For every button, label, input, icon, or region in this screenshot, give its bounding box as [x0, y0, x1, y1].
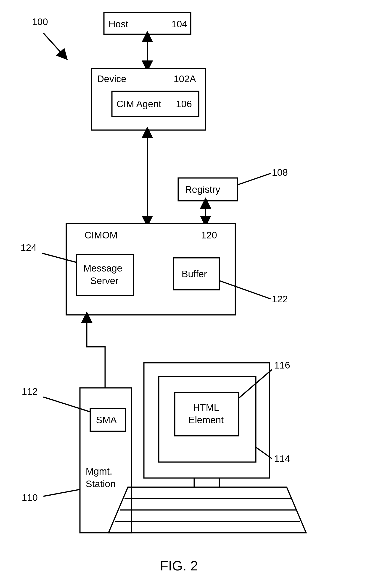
device-ref: 102A	[174, 73, 196, 84]
message-server-box	[76, 255, 134, 296]
message-server-label-1: Message	[83, 263, 122, 273]
mgmt-station-leader	[43, 489, 80, 496]
keyboard-icon	[109, 487, 306, 533]
mgmt-station-ref: 110	[22, 492, 38, 503]
host-ref: 104	[171, 19, 187, 29]
html-element-ref: 116	[274, 360, 290, 370]
cimom-ref: 120	[201, 230, 217, 240]
cimom-label: CIMOM	[84, 230, 118, 240]
cim-agent-label: CIM Agent	[117, 99, 161, 109]
cim-agent-ref: 106	[176, 99, 192, 109]
html-element-box	[175, 393, 239, 436]
registry-leader	[238, 173, 271, 185]
sma-ref: 112	[22, 386, 38, 397]
html-element-label-2: Element	[188, 415, 224, 425]
system-ref-label: 100	[32, 17, 48, 27]
display-ref: 114	[274, 453, 290, 464]
device-label: Device	[97, 73, 126, 84]
buffer-ref: 122	[272, 294, 288, 304]
sma-label: SMA	[96, 415, 117, 425]
registry-ref: 108	[272, 167, 288, 178]
message-server-ref: 124	[20, 242, 37, 253]
mgmt-station-label-1: Mgmt.	[86, 466, 112, 477]
registry-label: Registry	[185, 184, 220, 195]
host-label: Host	[109, 19, 128, 29]
diagram-fig2: 100 Host 104 Device 102A CIM Agent 106 R…	[0, 0, 368, 588]
buffer-label: Buffer	[182, 269, 207, 279]
html-element-label-1: HTML	[193, 402, 219, 413]
figure-caption: FIG. 2	[160, 558, 198, 573]
mgmt-station-label-2: Station	[86, 478, 116, 489]
message-server-label-2: Server	[90, 275, 119, 286]
system-ref-arrow	[43, 33, 64, 56]
